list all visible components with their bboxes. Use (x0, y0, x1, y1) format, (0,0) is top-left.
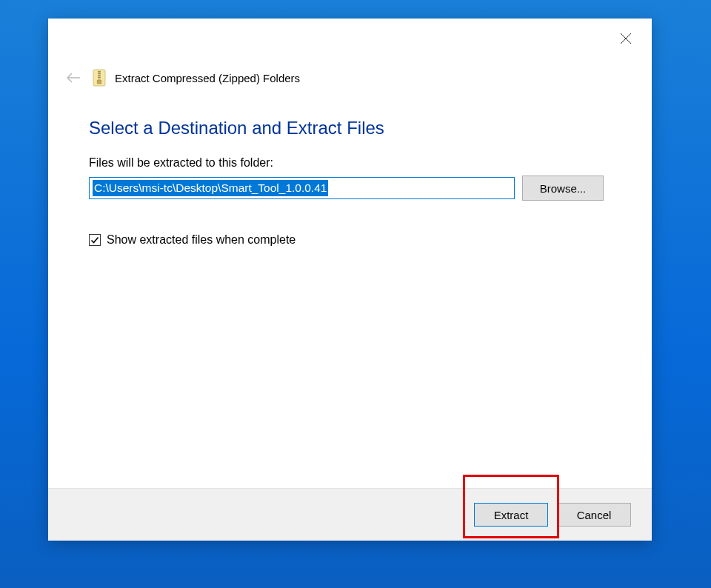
header-row: Extract Compressed (Zipped) Folders (48, 67, 652, 93)
zip-folder-icon (91, 68, 107, 87)
svg-rect-9 (97, 80, 101, 84)
svg-rect-7 (98, 75, 101, 76)
close-icon (619, 32, 632, 45)
browse-button[interactable]: Browse... (522, 176, 604, 201)
check-icon (90, 235, 100, 245)
show-files-checkbox-label: Show extracted files when complete (107, 233, 296, 247)
footer: Extract Cancel (48, 488, 652, 541)
svg-rect-5 (98, 71, 101, 72)
destination-path-input[interactable]: C:\Users\msi-tc\Desktop\Smart_Tool_1.0.0… (89, 177, 515, 199)
svg-rect-8 (98, 77, 101, 78)
wizard-title: Extract Compressed (Zipped) Folders (115, 72, 300, 84)
content-area: Select a Destination and Extract Files F… (48, 93, 652, 488)
extract-button[interactable]: Extract (474, 503, 548, 527)
show-files-checkbox-row[interactable]: Show extracted files when complete (89, 233, 611, 247)
page-heading: Select a Destination and Extract Files (89, 118, 611, 138)
path-selected-text: C:\Users\msi-tc\Desktop\Smart_Tool_1.0.0… (93, 180, 328, 196)
cancel-button[interactable]: Cancel (557, 503, 631, 527)
path-field-label: Files will be extracted to this folder: (89, 156, 611, 170)
svg-rect-6 (98, 73, 101, 74)
back-button[interactable] (63, 67, 84, 88)
close-button[interactable] (612, 24, 640, 53)
wizard-window: Extract Compressed (Zipped) Folders Sele… (48, 19, 652, 541)
titlebar (48, 19, 652, 56)
back-arrow-icon (65, 70, 81, 86)
show-files-checkbox[interactable] (89, 234, 101, 246)
path-row: C:\Users\msi-tc\Desktop\Smart_Tool_1.0.0… (89, 176, 611, 201)
